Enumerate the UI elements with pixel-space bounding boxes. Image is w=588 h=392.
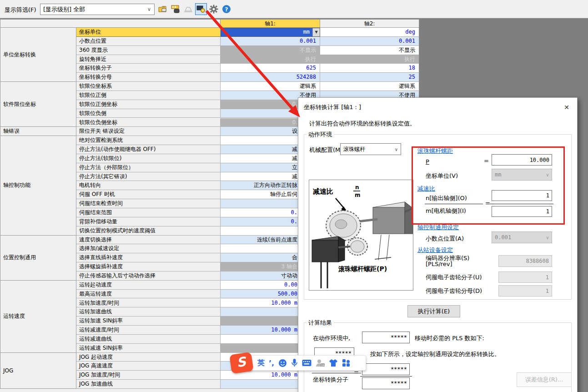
axis1-value-cell[interactable]: 0.001 [221,37,320,46]
param-name-cell[interactable]: 坐标转换分母 [76,73,221,82]
result-line2-text: 按如下所示，设定轴控制通用设定的坐标转换比。 [370,350,500,358]
param-name-cell[interactable]: 选择螺旋插补速度 [76,262,221,271]
param-name-cell[interactable]: 运转减速度/时间 [76,326,221,335]
settings-button[interactable] [208,3,220,15]
param-name-cell[interactable]: 选择加/减速设定 [76,244,221,253]
param-name-cell[interactable]: 软限位负侧坐标 [76,118,221,127]
axis1-value-cell[interactable]: 逻辑系 [221,82,320,91]
toolbar: 显示筛选(F) [显示级别] 全部 ∨ [0,0,588,18]
header-axis1[interactable]: 轴1: [221,19,320,28]
param-name-cell[interactable]: 旋转角择近 [76,55,221,64]
param-name-cell[interactable]: 软限位正侧 [76,91,221,100]
frac-top-input: ***** [362,363,410,375]
param-name-cell[interactable]: 停止传感器输入后寸动动作选择 [76,271,221,281]
axis1-value-cell[interactable]: 执行 [221,55,320,64]
param-name-cell[interactable]: 运转减速 SIN斜率 [76,344,221,353]
microphone-icon[interactable] [291,358,298,367]
param-name-cell[interactable]: 软限位正侧坐标 [76,100,221,109]
folder-unlock-icon [158,5,167,13]
axis-calc-icon [196,5,206,13]
param-name-cell[interactable]: 坐标单位 [76,28,221,37]
header-axis2[interactable]: 轴2: [320,19,419,28]
param-name-cell[interactable]: 停止方法(动作使能继电器 OFF) [76,145,221,154]
axis2-value-cell[interactable]: 18 [320,64,419,73]
param-name-cell[interactable]: 运转加速曲线 [76,307,221,317]
table-row: 旋转角择近执行执行 [76,55,419,64]
ballscrew-pitch-link[interactable]: 滚珠螺杆螺距 [417,147,453,155]
param-name-cell[interactable]: 运转减速曲线 [76,335,221,344]
param-name-cell[interactable]: 软限位负侧 [76,109,221,118]
ime-mode-english[interactable]: 英 [257,358,265,368]
module-config-button[interactable] [170,3,181,15]
param-name-cell[interactable]: 坐标转换分子 [76,64,221,73]
param-name-cell[interactable]: 切换位置控制模式时的速度阈值 [76,226,221,236]
axis2-value-cell[interactable]: 25 [320,73,419,82]
sogou-logo-icon[interactable]: S [229,352,253,374]
param-name-cell[interactable]: 选择直线插补速度 [76,253,221,262]
axis1-value-cell[interactable]: 524288 [221,73,320,82]
axis2-value-cell[interactable]: 0.001 [320,37,419,46]
param-name-cell[interactable]: 限位开关 错误设定 [76,127,221,136]
axis1-value-cell[interactable]: 625 [221,64,320,73]
reduction-ratio-link[interactable]: 减速比 [417,185,435,193]
param-name-cell[interactable]: 运转加速 SIN斜率 [76,317,221,326]
axis2-value-cell[interactable]: 逻辑系 [320,82,419,91]
param-name-cell[interactable]: JOG 高速速度 [76,362,221,371]
emoji-icon[interactable] [278,359,287,367]
toolbox-grid-icon[interactable] [342,359,350,367]
decimal-select[interactable]: 0.001 ∨ [492,231,552,243]
unit-select[interactable]: mm ∨ [492,169,552,181]
machine-config-select[interactable]: 滚珠螺杆 ∨ [340,143,401,155]
param-name-cell[interactable]: JOG 起动速度 [76,353,221,362]
param-name-cell[interactable]: 运转加速度/时间 [76,299,221,308]
keyboard-icon[interactable] [302,359,312,367]
param-name-cell[interactable]: 最高运转速度 [76,290,221,299]
display-level-select[interactable]: [显示级别] 全部 ∨ [40,4,155,15]
dialog-intro: 计算出符合动作环境的坐标转换设定值。 [309,120,416,128]
param-name-cell[interactable]: 停止方法（外部限位） [76,163,221,172]
param-name-cell[interactable]: 运转起动速度 [76,281,221,290]
selected-unit-value: mm [221,28,312,36]
coordinate-calc-button[interactable] [195,3,207,15]
dropdown-button[interactable]: ▼ [312,28,320,36]
m-motor-input[interactable]: 1 [492,206,552,217]
error-info-button[interactable]: 误差信息(R)... [517,372,572,387]
param-name-cell[interactable]: 停止方法(其它错误) [76,172,221,181]
param-name-cell[interactable]: 伺服结束检查时间 [76,199,221,208]
axis2-value-cell[interactable]: deg [320,28,419,37]
axis-common-link[interactable]: 轴控制通用设定 [417,223,459,231]
param-name-cell[interactable]: 速度切换选择 [76,236,221,245]
shirt-skin-icon[interactable] [329,359,338,367]
graph-button[interactable] [182,3,194,15]
axis1-value-cell[interactable]: 不显示 [221,46,320,55]
param-name-cell[interactable]: 360 度显示 [76,46,221,55]
n-output-input[interactable]: 1 [492,190,552,201]
param-name-cell[interactable]: 伺服 OFF 时机 [76,190,221,199]
folder-unlock-button[interactable] [157,3,169,15]
axis2-value-cell[interactable]: 执行 [320,55,419,64]
gear-numerator-input: 1 [498,271,552,283]
execute-calc-button[interactable]: 执行计算(E) [407,305,460,317]
help-button[interactable]: ? [221,3,232,15]
param-name-cell[interactable]: 电机转向 [76,181,221,190]
axis2-value-cell[interactable]: 不显示 [320,46,419,55]
param-name-cell[interactable]: 小数点位置 [76,37,221,46]
slave-device-link[interactable]: 从站设备设定 [417,246,453,254]
param-name-cell[interactable]: 绝对位置检测系统 [76,136,221,145]
param-name-cell[interactable]: 伺服结束范围 [76,208,221,217]
result-group-label: 计算结果 [307,319,334,327]
help-icon: ? [222,5,231,14]
axis1-value-cell[interactable]: mm▼ [221,28,320,37]
svg-text:19: 19 [321,363,324,366]
param-name-cell[interactable]: JOG 加速度/时间 [76,371,221,380]
encoder-resolution-input: 8388608 [498,255,552,267]
user-badge-icon[interactable]: 19 [316,359,325,367]
gear-icon [209,5,218,14]
close-icon[interactable]: ✕ [561,102,572,112]
param-name-cell[interactable]: 停止方法(软限位) [76,154,221,163]
param-name-cell[interactable]: 背隙补偿移动量 [76,217,221,226]
pitch-input[interactable]: 10.000 [492,154,552,166]
param-name-cell[interactable]: JOG 加速曲线 [76,380,221,389]
ime-punctuation[interactable]: ’, [269,359,274,367]
param-name-cell[interactable]: 软限位坐标系 [76,82,221,91]
